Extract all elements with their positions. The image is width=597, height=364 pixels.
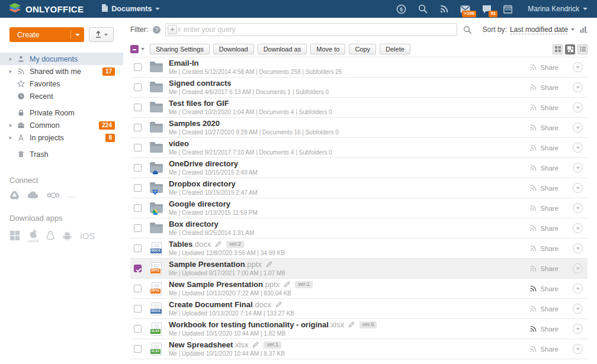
nextcloud-icon[interactable] <box>47 192 60 199</box>
edit-pencil-icon[interactable] <box>252 342 259 348</box>
payments-icon[interactable]: $ <box>396 4 406 14</box>
sort-direction-icon[interactable] <box>580 26 588 33</box>
sort-value-dropdown[interactable]: Last modified date <box>510 25 568 34</box>
edit-pencil-icon[interactable] <box>348 321 355 328</box>
version-badge[interactable]: ver.1 <box>264 342 281 349</box>
version-badge[interactable]: ver.6 <box>360 321 377 329</box>
sidebar-item-shared-with-me[interactable]: Shared with me 17 <box>0 65 123 78</box>
search-icon[interactable] <box>418 4 428 14</box>
item-title[interactable]: Email-In <box>169 59 199 67</box>
move-to-button[interactable]: Move to <box>310 44 345 54</box>
create-dropdown-arrow[interactable] <box>71 34 84 36</box>
file-row[interactable]: Email-In Me | Created 5/12/2014 4:58 AM … <box>130 57 588 78</box>
upload-button[interactable] <box>89 27 114 42</box>
search-submit-icon[interactable] <box>463 25 472 34</box>
file-row[interactable]: XLSX Workbook for testing functionality … <box>130 319 588 339</box>
edit-pencil-icon[interactable] <box>275 301 282 308</box>
row-checkbox[interactable] <box>134 305 142 313</box>
row-actions-menu-button[interactable] <box>573 203 583 213</box>
item-title[interactable]: Dropbox directory <box>169 180 236 188</box>
row-checkbox[interactable] <box>134 184 142 192</box>
row-actions-menu-button[interactable] <box>573 62 583 72</box>
item-title[interactable]: Signed contracts <box>169 79 231 88</box>
file-row[interactable]: Samples 2020 Me | Created 10/27/2020 9:2… <box>130 118 588 138</box>
row-checkbox[interactable] <box>134 244 142 252</box>
row-checkbox[interactable] <box>134 285 142 292</box>
expand-caret-icon[interactable] <box>9 57 15 61</box>
file-row[interactable]: PPTX Sample Presentation.pptx Me | Uploa… <box>130 259 588 279</box>
share-action[interactable]: Share <box>529 63 559 71</box>
row-checkbox[interactable] <box>134 63 142 71</box>
item-title[interactable]: Samples 2020 <box>169 120 220 128</box>
file-row[interactable]: Google directory Me | Created 1/13/2015 … <box>130 198 588 218</box>
expand-caret-icon[interactable] <box>9 136 15 140</box>
share-action[interactable]: Share <box>529 104 559 111</box>
file-row[interactable]: XLSX New Spreadsheet.xlsx ver.1 Me | Upd… <box>130 339 588 359</box>
edit-pencil-icon[interactable] <box>266 261 272 268</box>
module-switcher[interactable]: Documents <box>101 4 160 14</box>
user-menu[interactable]: Marina Kendrick <box>528 5 588 13</box>
row-checkbox[interactable] <box>134 104 142 111</box>
row-checkbox[interactable] <box>134 164 142 172</box>
file-row[interactable]: Signed contracts Me | Created 4/6/2017 6… <box>130 78 588 98</box>
row-checkbox[interactable] <box>134 325 142 333</box>
row-actions-menu-button[interactable] <box>573 223 583 233</box>
sidebar-item-common[interactable]: Common 224 <box>0 119 123 131</box>
item-title[interactable]: Tables <box>169 240 192 249</box>
cloud-service-icon[interactable] <box>27 191 39 199</box>
item-title[interactable]: Google directory <box>169 200 230 208</box>
edit-pencil-icon[interactable] <box>215 241 222 247</box>
google-drive-icon[interactable] <box>9 191 20 199</box>
more-services-icon[interactable]: … <box>68 194 76 197</box>
row-actions-menu-button[interactable] <box>573 263 583 273</box>
share-action[interactable]: Share <box>529 204 559 212</box>
version-badge[interactable]: ver.2 <box>226 241 244 249</box>
feed-icon[interactable] <box>439 4 449 14</box>
row-actions-menu-button[interactable] <box>573 344 583 354</box>
share-action[interactable]: Share <box>529 305 559 313</box>
file-row[interactable]: DOCX Tables.docx ver.2 Me | Updated 12/8… <box>130 239 588 259</box>
share-action[interactable]: Share <box>529 244 559 252</box>
share-action[interactable]: Share <box>529 325 559 333</box>
sidebar-item-favorites[interactable]: Favorites <box>0 78 123 90</box>
datatable-view-button[interactable] <box>565 44 575 54</box>
share-action[interactable]: Share <box>529 124 559 131</box>
delete-button[interactable]: Delete <box>380 44 410 54</box>
row-checkbox[interactable] <box>134 345 142 353</box>
share-action[interactable]: Share <box>529 224 559 232</box>
help-icon[interactable]: ? <box>153 26 161 34</box>
sidebar-item-recent[interactable]: Recent <box>0 90 123 102</box>
row-actions-menu-button[interactable] <box>573 183 583 193</box>
android-app-icon[interactable] <box>62 231 72 241</box>
expand-caret-icon[interactable] <box>9 70 15 73</box>
share-action[interactable]: Share <box>529 265 559 272</box>
item-title[interactable]: OneDrive directory <box>169 160 238 168</box>
sidebar-item-trash[interactable]: Trash <box>0 148 123 160</box>
share-action[interactable]: Share <box>529 285 559 292</box>
download-button[interactable]: Download <box>213 44 254 54</box>
file-row[interactable]: Box directory Me | Created 9/25/2014 1:3… <box>130 218 588 239</box>
mail-icon[interactable]: >100 <box>460 4 470 14</box>
file-row[interactable]: Test files for GIF Me | Created 10/2/202… <box>130 98 588 118</box>
row-actions-menu-button[interactable] <box>573 163 583 173</box>
row-checkbox[interactable] <box>134 83 142 91</box>
version-badge[interactable]: ver.1 <box>295 281 313 289</box>
file-row[interactable]: OneDrive directory Me | Created 10/15/20… <box>130 158 588 178</box>
item-title[interactable]: video <box>169 140 189 148</box>
download-as-button[interactable]: Download as <box>258 44 307 54</box>
row-checkbox[interactable] <box>134 204 142 212</box>
row-checkbox[interactable] <box>134 265 142 272</box>
sidebar-item-private-room[interactable]: Private Room <box>0 107 123 119</box>
share-action[interactable]: Share <box>529 184 559 192</box>
chat-icon[interactable]: 91 <box>482 4 492 14</box>
item-title[interactable]: New Spreadsheet <box>169 341 233 349</box>
row-actions-menu-button[interactable] <box>573 82 583 92</box>
item-title[interactable]: Test files for GIF <box>169 99 229 108</box>
row-actions-menu-button[interactable] <box>573 304 583 314</box>
row-actions-menu-button[interactable] <box>573 123 583 133</box>
file-row[interactable]: DOCX Create Document Final.docx Me | Upl… <box>130 299 588 319</box>
sidebar-item-my-documents[interactable]: My documents <box>0 53 123 65</box>
copy-button[interactable]: Copy <box>349 44 376 54</box>
row-checkbox[interactable] <box>134 224 142 232</box>
select-all-dropdown[interactable] <box>130 45 145 53</box>
